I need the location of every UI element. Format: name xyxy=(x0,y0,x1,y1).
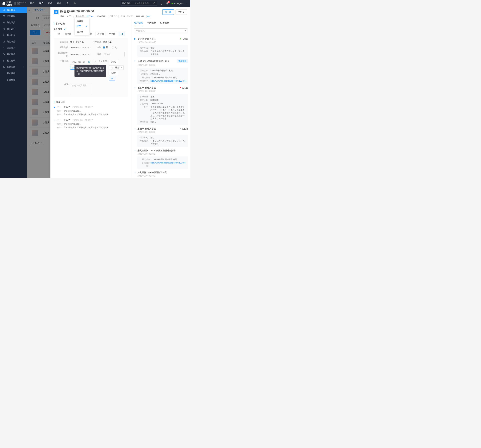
group-chip[interactable]: 群聊六群 xyxy=(135,15,145,18)
search-box: 手机号码 xyxy=(121,1,157,6)
timeline-item: 购买4399理财课进阶课程大礼包查看详情2021/01/30 01:38:27课… xyxy=(134,59,188,84)
mgr-option[interactable]: 俱保咏 xyxy=(75,29,89,34)
gender-female-radio[interactable]: 女 xyxy=(112,46,117,49)
rtab-orders[interactable]: 订单记录 xyxy=(160,21,169,26)
panel-title: 微信名称6789990000966 xyxy=(60,9,162,13)
sidebar-item-products[interactable]: 我的商品 xyxy=(0,39,27,45)
contacts-icon[interactable] xyxy=(88,61,90,63)
timeline-card: 通过群聊【759-59班理财训练营】购买直播间链接：http://www.yun… xyxy=(137,156,188,169)
log-item: 小王更新了2021/01/3001:38:27微信：空值-13672182821… xyxy=(54,119,128,129)
sidebar-item-orders[interactable]: 我的订单 xyxy=(0,26,27,32)
sidebar: 我的好友 我的群聊 我的学员 我的订单 电话记录 我的商品 流失客户 客户继承 … xyxy=(0,7,27,178)
wechat-input[interactable]: 请输入 xyxy=(103,52,125,57)
rtab-chat[interactable]: 聊天记录 xyxy=(147,21,156,26)
tag-chip[interactable]: 一般 xyxy=(54,32,62,36)
mgr-option[interactable]: 师馨薇 xyxy=(75,18,89,24)
phone-icon[interactable] xyxy=(74,2,76,5)
tag-chip[interactable]: 高意向 xyxy=(63,32,73,36)
chevron-down-icon xyxy=(186,3,187,4)
nav-qc[interactable]: 质检 xyxy=(48,2,53,5)
notif-count: 5 xyxy=(167,1,170,3)
ptag-chip[interactable]: 标签1 xyxy=(109,71,118,75)
device-icon[interactable] xyxy=(160,2,163,5)
info-friend-value: 名片分享 xyxy=(103,41,125,44)
info-add-label: 添加时间 xyxy=(56,46,68,49)
timeline: 定金单创建人小王已完成2020/01/30 01:38:27跟单方式：电话跟单内… xyxy=(131,35,190,178)
info-source-label: 获客来源 xyxy=(56,41,68,44)
proxy-order-button[interactable]: 代下单 xyxy=(162,9,174,15)
activity-filter-select[interactable]: 全部动态 xyxy=(134,28,188,33)
timeline-card: 跟单方式：电话跟单内容：只是了解在线教育方面的信息，暂时无购买意向。 xyxy=(137,135,188,147)
deposit-button[interactable]: 交定金 xyxy=(175,9,187,15)
manager-dropdown: 师馨薇 张三 俱保咏 xyxy=(75,18,89,35)
sidebar-item-calls[interactable]: 电话记录 xyxy=(0,32,27,39)
top-nav: 推广 客户 质检 数据 xyxy=(30,2,76,5)
info-wx-label: 微信 xyxy=(92,53,101,56)
info-last-value: 2021/09/10 12:00:00 xyxy=(70,53,92,56)
sidebar-item-delete-log[interactable]: 删人记录 xyxy=(0,57,27,64)
timeline-item: 加入群聊759-59班理财训练营2021/01/30 01:38:27入群方式：… xyxy=(134,171,188,178)
bell-icon[interactable]: 5 xyxy=(166,2,168,5)
link[interactable]: http://www.yunduoketang.com/?123456 xyxy=(150,162,186,164)
sidebar-sub-group-tag[interactable]: 群聊标签 xyxy=(0,77,27,83)
nick-value: 小王 xyxy=(67,15,71,18)
timeline-node xyxy=(134,87,135,88)
svg-point-12 xyxy=(89,62,90,62)
search-type-select[interactable]: 手机号码 xyxy=(121,2,134,5)
customer-panel: 微信名称6789990000966 昵称：小王 | 客户经理： 张三 | 所在群… xyxy=(50,7,190,178)
ptag-chip[interactable]: 标签1 xyxy=(109,60,118,64)
sidebar-item-inherit[interactable]: 客户继承 xyxy=(0,51,27,57)
tag-chip[interactable]: 高意向 xyxy=(96,32,106,36)
topbar: 云朵CRM 教育机构一站式服务云平台 推广 客户 质检 数据 手机号码 5 ma… xyxy=(0,0,190,7)
rtab-activity[interactable]: 客户动态 xyxy=(134,21,143,26)
cust-tag-label: 客户标签 xyxy=(54,27,62,30)
nav-customer[interactable]: 客户 xyxy=(39,2,43,5)
chevron-down-icon xyxy=(131,3,132,4)
tag-more[interactable]: +4 xyxy=(119,32,125,36)
ptag-chip[interactable]: 个人标签12 xyxy=(109,65,124,70)
sidebar-item-groups[interactable]: 我的群聊 xyxy=(0,13,27,19)
chevron-down-icon xyxy=(185,30,186,31)
edit-tags-icon[interactable] xyxy=(64,28,66,30)
sidebar-item-friends[interactable]: 我的好友 xyxy=(0,7,27,13)
copy-phone-button[interactable] xyxy=(93,60,98,65)
timeline-node xyxy=(134,38,135,40)
log-item: 小王更新了2021/01/3001:38:27微信：空值-13672182821… xyxy=(54,106,128,116)
group-more[interactable]: +4 xyxy=(146,15,151,18)
timeline-item: 报名单创建人小王已失败2020/01/30 01:38:27客户经理：小王客户姓… xyxy=(134,86,188,125)
user-menu[interactable]: manager11 xyxy=(172,2,187,5)
search-icon[interactable] xyxy=(152,1,157,5)
tag-chip[interactable]: 中意向 xyxy=(107,32,117,36)
sidebar-item-lost[interactable]: 流失客户 xyxy=(0,45,27,51)
timeline-card: 课程名称：4399理财课进阶课大礼包已付款项：2218989元通过群聊【759-… xyxy=(137,68,188,84)
info-remark-label: 备注 xyxy=(56,83,68,86)
sidebar-item-tag-mgmt[interactable]: 标签管理 xyxy=(0,64,27,70)
ptag-more[interactable]: +4 xyxy=(109,77,115,81)
group-chip[interactable]: 群聊三群 xyxy=(108,15,119,18)
sidebar-sub-cust-tag[interactable]: 客户标签 xyxy=(0,70,27,77)
group-chip[interactable]: 群聊一群大群 xyxy=(120,15,134,18)
search-input[interactable] xyxy=(134,2,152,5)
timeline-dot xyxy=(54,120,55,121)
view-details[interactable]: 查看详情 xyxy=(177,59,188,63)
mgr-select[interactable]: 张三 xyxy=(87,15,92,18)
logo-text: 云朵CRM xyxy=(6,0,12,6)
nav-promo[interactable]: 推广 xyxy=(30,2,34,5)
chevron-up-icon xyxy=(91,15,92,16)
timeline-node xyxy=(134,150,135,151)
timeline-node xyxy=(134,128,135,129)
info-friend-label: 好友来源 xyxy=(92,41,101,44)
link[interactable]: http://www.yunduoketang.com/?123456 xyxy=(150,80,186,82)
nav-data[interactable]: 数据 xyxy=(57,2,61,5)
timeline-card: 跟单方式：电话跟单内容：只是了解在线教育方面的信息，暂时无购买意向。 xyxy=(137,45,188,57)
person-icon[interactable] xyxy=(66,2,69,5)
phone-input[interactable]: 13241672152 xyxy=(70,60,92,65)
sidebar-item-students[interactable]: 我的学员 xyxy=(0,19,27,26)
right-tabs: 客户动态 聊天记录 订单记录 xyxy=(131,20,190,26)
nick-label: 昵称： xyxy=(60,15,66,18)
remark-textarea[interactable]: 请输入备注内容 xyxy=(70,83,92,95)
gender-male-radio[interactable]: 男 xyxy=(103,46,108,49)
svg-rect-6 xyxy=(3,28,5,30)
logo[interactable]: 云朵CRM 教育机构一站式服务云平台 xyxy=(0,0,27,7)
mgr-option[interactable]: 张三 xyxy=(75,24,89,29)
